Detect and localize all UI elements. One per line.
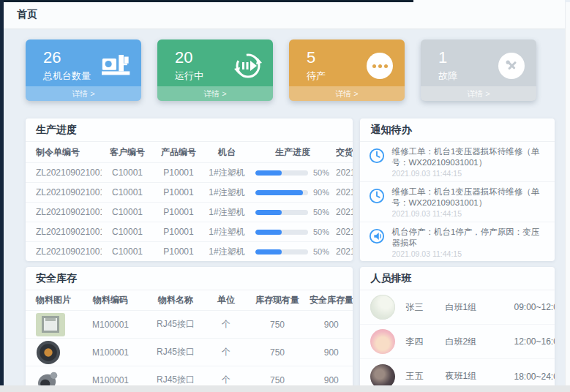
- notice-item[interactable]: 机台停产：机台1停产，停产原因：变压器损坏 2021.09.03 11:44:1…: [360, 222, 555, 261]
- col-on-hand: 库存现有量: [245, 294, 310, 306]
- staff-name: 张三: [405, 301, 445, 314]
- staff-time: 18:00~24:00: [514, 372, 555, 382]
- table-row: ZL202109021001 C10001 P10001 1#注塑机 50% 2…: [26, 202, 353, 222]
- progress-bar: 50%: [250, 168, 336, 177]
- notice-time: 2021.09.03 11:44:15: [391, 249, 547, 258]
- production-progress-panel: 生产进度 制令单编号 客户编号 产品编号 机台 生产进度 交货日期 ZL2021…: [26, 118, 353, 261]
- order-no: ZL202109021001: [26, 207, 102, 217]
- notice-item[interactable]: 维修工单：机台1变压器损坏待维修（单号：WX202109031001） 2021…: [360, 142, 555, 182]
- notices-panel: 通知待办 维修工单：机台1变压器损坏待维修（单号：WX202109031001）…: [360, 118, 555, 261]
- vertical-scrollbar[interactable]: [565, 2, 570, 385]
- staff-shift: 白班2组: [445, 336, 514, 348]
- ellipsis-icon: [365, 51, 394, 80]
- staff-time: 09:00~12:00: [514, 302, 555, 312]
- staff-name: 王五: [405, 370, 445, 382]
- progress-bar: 50%: [250, 208, 336, 216]
- window-bottom-edge: [0, 385, 570, 392]
- delivery-date: 2021-09-10: [336, 167, 353, 178]
- table-row: ZL202109021001 C10001 P10001 1#注塑机 50% 2…: [26, 222, 353, 241]
- progress-label: 90%: [313, 188, 329, 197]
- table-row: ZL202109021001 C10001 P10001 1#注塑机 90% 2…: [26, 182, 353, 202]
- product-no: P10001: [153, 227, 204, 237]
- detail-link[interactable]: 详情 >: [157, 86, 273, 101]
- machine: 1#注塑机: [204, 206, 250, 219]
- table-row: M100001 RJ45接口 个 750 900: [26, 338, 353, 366]
- product-no: P10001: [153, 187, 204, 197]
- machine-icon: [102, 51, 131, 80]
- col-safety-qty: 安全库存量: [310, 294, 353, 306]
- clock-icon: [369, 188, 385, 204]
- stat-label: 故障: [438, 69, 457, 83]
- col-order-no: 制令单编号: [26, 146, 102, 159]
- delivery-date: 2021-09-10: [336, 187, 353, 197]
- progress-bar: 50%: [250, 247, 336, 256]
- customer-no: C10001: [102, 227, 153, 237]
- unit: 个: [207, 374, 245, 386]
- customer-no: C10001: [102, 187, 153, 197]
- stat-value: 5: [307, 49, 326, 67]
- col-machine: 机台: [204, 146, 250, 159]
- stat-value: 20: [175, 49, 203, 67]
- staff-shift: 夜班1组: [445, 370, 514, 382]
- sidebar-edge: [0, 0, 4, 385]
- clock-icon: [369, 148, 385, 164]
- notice-text: 维修工单：机台1变压器损坏待维修（单号：WX202109031001）: [391, 146, 547, 168]
- detail-link[interactable]: 详情 >: [26, 86, 141, 101]
- detail-link[interactable]: 详情 >: [289, 86, 405, 101]
- dashboard-screen: 首页 26 总机台数量: [0, 0, 570, 392]
- col-date: 交货日期: [336, 146, 353, 159]
- staff-time: 12:00~16:00: [514, 336, 555, 347]
- table-row: ZL202109021001 C10001 P10001 1#注塑机 50% 2…: [26, 241, 353, 261]
- notice-text: 机台停产：机台1停产，停产原因：变压器损坏: [391, 227, 547, 249]
- progress-label: 50%: [313, 247, 329, 256]
- machine: 1#注塑机: [204, 226, 250, 238]
- unit: 个: [207, 346, 245, 358]
- col-unit: 单位: [207, 294, 245, 306]
- stat-card-waiting[interactable]: 5 待产 详情 >: [289, 39, 405, 101]
- table-row: M100001 RJ45接口 个 750 900: [26, 310, 353, 338]
- stat-card-running[interactable]: 20 运行中 详情 >: [157, 39, 273, 101]
- staff-schedule-panel: 人员排班 张三 白班1组 09:00~12:00 李四 白班2组 12:00~1…: [360, 267, 555, 392]
- detail-link[interactable]: 详情 >: [421, 86, 536, 101]
- product-no: P10001: [153, 167, 204, 178]
- material-name: RJ45接口: [144, 318, 207, 331]
- stat-value: 1: [438, 49, 457, 67]
- col-material-image: 物料图片: [26, 294, 77, 306]
- stat-label: 运行中: [175, 69, 203, 83]
- material-name: RJ45接口: [144, 346, 207, 358]
- table-row: ZL202109021001 C10001 P10001 1#注塑机 50% 2…: [26, 162, 353, 182]
- page-header: 首页: [4, 0, 565, 29]
- rj45-connector-image: [36, 313, 65, 336]
- staff-row: 张三 白班1组 09:00~12:00: [360, 290, 555, 325]
- stat-value: 26: [43, 49, 91, 67]
- stat-cards: 26 总机台数量 详情 >: [26, 39, 565, 101]
- material-name: RJ45接口: [144, 374, 207, 386]
- col-customer-no: 客户编号: [102, 146, 153, 159]
- progress-bar: 50%: [250, 227, 336, 236]
- order-no: ZL202109021001: [26, 187, 102, 197]
- material-code: M100001: [77, 320, 144, 330]
- dashboard-content: 26 总机台数量 详情 >: [4, 29, 565, 385]
- stat-card-fault[interactable]: 1 故障 详情 >: [421, 39, 536, 101]
- staff-name: 李四: [405, 336, 445, 348]
- panel-title: 人员排班: [360, 267, 555, 290]
- delivery-date: 2021-09-10: [336, 207, 353, 217]
- customer-no: C10001: [102, 207, 153, 217]
- tools-icon: [497, 51, 526, 80]
- progress-label: 50%: [313, 208, 329, 216]
- order-no: ZL202109021001: [26, 246, 102, 257]
- window-top-edge: [0, 0, 413, 2]
- customer-no: C10001: [102, 167, 153, 178]
- delivery-date: 2021-09-10: [336, 246, 353, 257]
- product-no: P10001: [153, 246, 204, 257]
- notice-text: 维修工单：机台1变压器损坏待维修（单号：WX202109031001）: [391, 186, 547, 208]
- safety-qty: 900: [310, 347, 353, 358]
- on-hand-qty: 750: [245, 320, 310, 330]
- notice-item[interactable]: 维修工单：机台1变压器损坏待维修（单号：WX202109031001） 2021…: [360, 182, 555, 222]
- on-hand-qty: 750: [245, 375, 310, 385]
- safety-qty: 900: [310, 320, 353, 330]
- progress-label: 50%: [313, 168, 329, 177]
- stat-card-total-machines[interactable]: 26 总机台数量 详情 >: [26, 39, 141, 101]
- col-material-code: 物料编码: [77, 294, 144, 306]
- running-icon: [233, 51, 263, 80]
